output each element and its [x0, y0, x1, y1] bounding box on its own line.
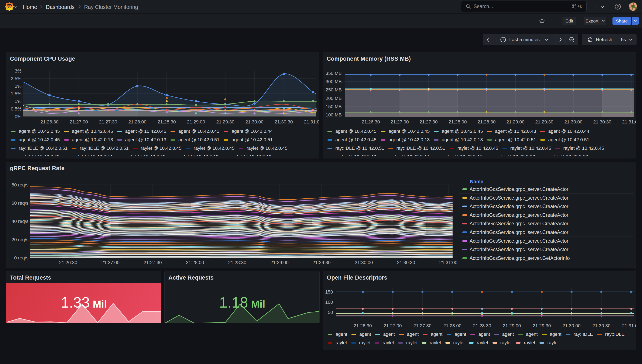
svg-text:80 req/s: 80 req/s: [12, 182, 29, 188]
svg-text:21:28:00: 21:28:00: [449, 119, 467, 124]
svg-text:21:30:00: 21:30:00: [355, 260, 373, 265]
svg-text:21:28:00: 21:28:00: [443, 323, 462, 328]
svg-text:21:26:30: 21:26:30: [354, 323, 372, 328]
svg-text:0 req/s: 0 req/s: [14, 255, 29, 260]
svg-text:21:30:30: 21:30:30: [592, 323, 610, 328]
svg-text:21:27:30: 21:27:30: [99, 119, 117, 124]
svg-text:21:26:30: 21:26:30: [362, 119, 380, 124]
svg-text:21:30:30: 21:30:30: [275, 119, 293, 124]
svg-text:?: ?: [617, 5, 619, 9]
svg-text:250 MB: 250 MB: [326, 87, 342, 92]
svg-text:21:26:30: 21:26:30: [59, 260, 77, 265]
svg-text:2.5%: 2.5%: [11, 76, 22, 81]
svg-text:21:27:00: 21:27:00: [390, 119, 409, 124]
svg-text:350 MB: 350 MB: [326, 71, 342, 76]
svg-text:21:28:30: 21:28:30: [477, 119, 496, 124]
svg-text:21:27:30: 21:27:30: [419, 119, 438, 124]
svg-text:0%: 0%: [15, 114, 22, 119]
svg-text:150: 150: [325, 289, 333, 295]
svg-text:2%: 2%: [15, 84, 22, 89]
svg-text:21:27:00: 21:27:00: [101, 260, 120, 265]
svg-text:21:30:00: 21:30:00: [562, 323, 581, 328]
svg-text:21:27:00: 21:27:00: [70, 119, 88, 124]
svg-text:21:31:00: 21:31:00: [622, 323, 636, 328]
svg-text:0.5%: 0.5%: [11, 106, 22, 112]
svg-text:21:29:00: 21:29:00: [270, 260, 289, 265]
svg-text:21:29:00: 21:29:00: [187, 119, 205, 124]
svg-text:21:29:30: 21:29:30: [312, 260, 331, 265]
svg-text:40 req/s: 40 req/s: [12, 219, 29, 224]
svg-text:1.5%: 1.5%: [11, 91, 22, 96]
svg-text:21:28:00: 21:28:00: [186, 260, 204, 265]
svg-text:21:28:30: 21:28:30: [228, 260, 246, 265]
svg-text:3%: 3%: [15, 68, 22, 74]
svg-text:21:30:00: 21:30:00: [564, 119, 582, 124]
svg-text:21:30:30: 21:30:30: [397, 260, 415, 265]
svg-text:100 MB: 100 MB: [326, 112, 342, 118]
svg-text:21:27:00: 21:27:00: [383, 323, 402, 328]
svg-text:21:28:30: 21:28:30: [473, 323, 491, 328]
svg-text:21:29:30: 21:29:30: [216, 119, 235, 124]
svg-text:21:27:30: 21:27:30: [144, 260, 162, 265]
svg-text:21:31:00: 21:31:00: [622, 119, 636, 124]
svg-text:21:30:00: 21:30:00: [245, 119, 264, 124]
svg-text:1%: 1%: [15, 99, 22, 104]
svg-text:150 MB: 150 MB: [326, 104, 342, 109]
svg-text:21:29:00: 21:29:00: [506, 119, 525, 124]
svg-text:100: 100: [325, 300, 333, 305]
svg-text:300 MB: 300 MB: [326, 79, 342, 84]
svg-text:21:28:30: 21:28:30: [158, 119, 176, 124]
svg-text:21:29:00: 21:29:00: [503, 323, 521, 328]
svg-text:21:30:30: 21:30:30: [593, 119, 611, 124]
svg-text:20 req/s: 20 req/s: [12, 237, 29, 242]
svg-text:50: 50: [328, 310, 333, 315]
svg-text:21:27:30: 21:27:30: [413, 323, 432, 328]
svg-text:200 MB: 200 MB: [326, 96, 342, 101]
svg-text:21:31:00: 21:31:00: [439, 260, 458, 265]
svg-text:21:29:30: 21:29:30: [535, 119, 553, 124]
svg-text:21:28:00: 21:28:00: [128, 119, 146, 124]
svg-text:21:31:00: 21:31:00: [304, 119, 319, 124]
svg-text:21:29:30: 21:29:30: [533, 323, 551, 328]
svg-text:60 req/s: 60 req/s: [12, 200, 29, 206]
svg-text:21:26:30: 21:26:30: [40, 119, 59, 124]
